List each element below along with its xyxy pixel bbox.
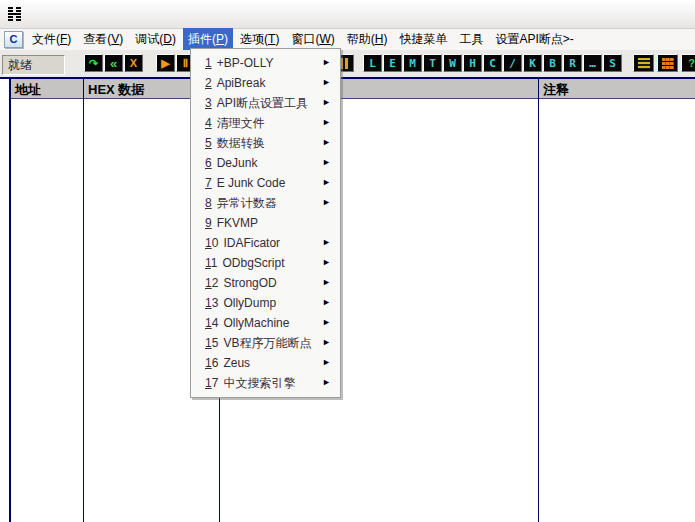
plugin-menu-item[interactable]: 16 Zeus ► — [191, 353, 340, 373]
debug-control-buttons: ↷ « X ▶ Ⅱ — [84, 54, 196, 72]
plugin-menu-item[interactable]: 5 数据转换 ► — [191, 133, 340, 153]
menu-help[interactable]: 帮助(H) — [342, 28, 393, 51]
plugin-menu-item[interactable]: 6 DeJunk ► — [191, 153, 340, 173]
grid-appearance-icon — [662, 58, 674, 69]
plugin-menu-item[interactable]: 13 OllyDump ► — [191, 293, 340, 313]
plugins-dropdown-menu: 1 +BP-OLLY ► 2 ApiBreak ► 3 API断点设置工具 ► … — [190, 48, 341, 398]
submenu-arrow-icon: ► — [322, 158, 331, 167]
options-button[interactable] — [633, 54, 654, 72]
plugin-menu-item[interactable]: 3 API断点设置工具 ► — [191, 93, 340, 113]
submenu-arrow-icon: ► — [322, 238, 331, 247]
submenu-arrow-icon: ► — [322, 138, 331, 147]
help-button[interactable]: ? — [681, 54, 695, 72]
cpu-child-window-icon[interactable]: C — [4, 31, 23, 48]
submenu-arrow-icon: ► — [322, 178, 331, 187]
plugin-menu-item[interactable]: 2 ApiBreak ► — [191, 73, 340, 93]
rewind-icon: « — [110, 57, 117, 70]
submenu-arrow-icon: ► — [322, 118, 331, 127]
plugin-menu-item[interactable]: 4 清理文件 ► — [191, 113, 340, 133]
log-window-button[interactable]: L — [363, 54, 382, 72]
submenu-arrow-icon: ► — [322, 278, 331, 287]
plugin-menu-item[interactable]: 1 +BP-OLLY ► — [191, 53, 340, 73]
submenu-arrow-icon: ► — [322, 378, 331, 387]
reload-button[interactable]: ↷ — [84, 54, 103, 72]
plugin-menu-item[interactable]: 10 IDAFicator ► — [191, 233, 340, 253]
handles-button[interactable]: H — [463, 54, 482, 72]
column-divider-1[interactable] — [83, 79, 84, 522]
table-left-border — [9, 79, 11, 522]
windows-button[interactable]: W — [443, 54, 462, 72]
close-x-icon: X — [130, 58, 137, 69]
submenu-arrow-icon: ► — [322, 318, 331, 327]
column-header-address[interactable]: 地址 — [11, 79, 83, 98]
dump-header-row: 地址 HEX 数据 注释 — [11, 79, 695, 99]
run-trace-button[interactable]: … — [583, 54, 602, 72]
submenu-arrow-icon: ► — [322, 298, 331, 307]
options-help-buttons: ? — [633, 54, 695, 72]
appearance-button[interactable] — [657, 54, 678, 72]
menu-tools[interactable]: 工具() — [454, 28, 488, 51]
column-header-comment[interactable]: 注释 — [539, 79, 695, 98]
dump-pane[interactable] — [0, 99, 695, 522]
patches-button[interactable]: / — [503, 54, 522, 72]
submenu-arrow-icon: ► — [322, 338, 331, 347]
submenu-arrow-icon: ► — [322, 98, 331, 107]
rewind-button[interactable]: « — [104, 54, 123, 72]
menu-quick-menu[interactable]: 快捷菜单() — [394, 28, 452, 51]
breakpoints-button[interactable]: B — [543, 54, 562, 72]
plugin-menu-item[interactable]: 15 VB程序万能断点 ► — [191, 333, 340, 353]
pause-icon: Ⅱ — [183, 58, 188, 69]
plugin-menu-item[interactable]: 14 OllyMachine ► — [191, 313, 340, 333]
title-bar — [0, 0, 695, 29]
debugger-window: C 文件(F) 查看(V) 调试(D) 插件(P) 选项(T) 窗口(W) 帮助… — [0, 0, 695, 522]
menu-debug[interactable]: 调试(D) — [130, 28, 181, 51]
plugin-menu-item[interactable]: 8 异常计数器 ► — [191, 193, 340, 213]
source-button[interactable]: S — [603, 54, 622, 72]
run-button[interactable]: ▶ — [156, 54, 175, 72]
cpu-window-button[interactable]: C — [483, 54, 502, 72]
breakpoint-bars-icon — [340, 58, 349, 69]
references-button[interactable]: R — [563, 54, 582, 72]
plugin-menu-item[interactable]: 7 E Junk Code ► — [191, 173, 340, 193]
submenu-arrow-icon: ► — [322, 358, 331, 367]
window-letter-buttons: L E M T W H — [363, 54, 623, 72]
threads-button[interactable]: T — [423, 54, 442, 72]
close-button[interactable]: X — [124, 54, 143, 72]
call-stack-button[interactable]: K — [523, 54, 542, 72]
play-icon: ▶ — [161, 58, 169, 69]
submenu-arrow-icon: ► — [322, 78, 331, 87]
menu-file[interactable]: 文件(F) — [27, 28, 76, 51]
menu-view[interactable]: 查看(V) — [78, 28, 128, 51]
plugin-menu-item[interactable]: 11 ODbgScript ► — [191, 253, 340, 273]
memory-map-button[interactable]: M — [403, 54, 422, 72]
reload-arrow-icon: ↷ — [89, 58, 98, 69]
column-divider-3[interactable] — [538, 79, 539, 522]
submenu-arrow-icon: ► — [322, 58, 331, 67]
plugin-menu-item[interactable]: 17 中文搜索引擎 ► — [191, 373, 340, 393]
status-readout: 就绪 — [2, 55, 65, 75]
submenu-arrow-icon: ► — [322, 258, 331, 267]
plugin-menu-item[interactable]: 9 FKVMP ► — [191, 213, 340, 233]
plugin-menu-item[interactable]: 12 StrongOD ► — [191, 273, 340, 293]
menu-set-api-break[interactable]: 设置API断点>-() — [490, 28, 578, 51]
executables-button[interactable]: E — [383, 54, 402, 72]
stripes-options-icon — [638, 58, 650, 69]
submenu-arrow-icon: ► — [322, 198, 331, 207]
menu-bar: C 文件(F) 查看(V) 调试(D) 插件(P) 选项(T) 窗口(W) 帮助… — [0, 29, 695, 50]
toolbar: 就绪 ↷ « X ▶ Ⅱ — [0, 50, 695, 77]
app-icon — [8, 7, 21, 21]
